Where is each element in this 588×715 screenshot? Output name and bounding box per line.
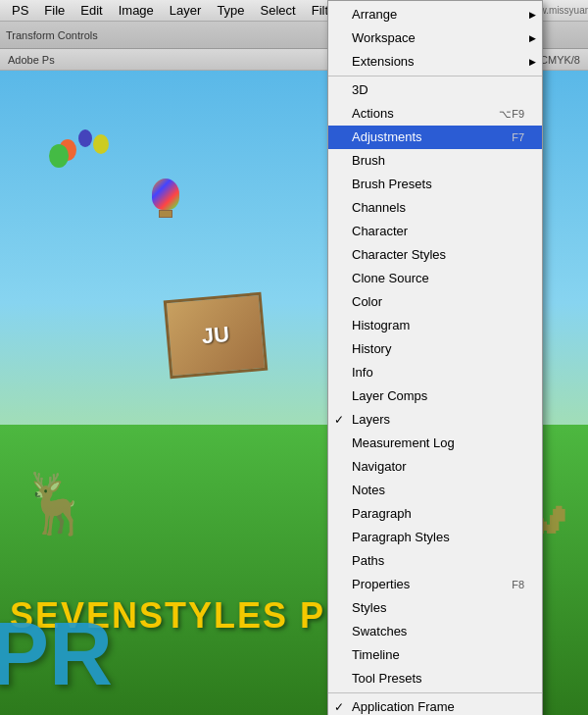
menubar-item-type[interactable]: Type <box>209 1 252 20</box>
menu-divider-1 <box>328 76 542 77</box>
hot-air-balloon <box>152 179 179 218</box>
menu-item-3d[interactable]: 3D <box>328 78 542 102</box>
menu-item-properties[interactable]: Properties F8 <box>328 573 542 596</box>
scene-text-big: PR <box>0 604 113 705</box>
menubar-item-select[interactable]: Select <box>253 1 304 20</box>
menu-item-layer-comps[interactable]: Layer Comps <box>328 384 542 408</box>
menu-divider-2 <box>328 692 542 693</box>
menu-item-measurement-log[interactable]: Measurement Log <box>328 432 542 455</box>
menu-item-history[interactable]: History <box>328 337 542 361</box>
menubar-item-file[interactable]: File <box>36 1 73 20</box>
menu-item-adjustments[interactable]: Adjustments F7 <box>328 126 542 149</box>
menu-item-brush[interactable]: Brush <box>328 149 542 173</box>
app-title: Adobe Ps <box>8 54 55 66</box>
menu-item-character[interactable]: Character <box>328 220 542 243</box>
menubar-item-layer[interactable]: Layer <box>162 1 210 20</box>
menubar-item-edit[interactable]: Edit <box>73 1 110 20</box>
balloon-3 <box>49 144 69 168</box>
menu-item-styles[interactable]: Styles <box>328 596 542 620</box>
balloon-4 <box>93 134 109 154</box>
menu-item-paragraph[interactable]: Paragraph <box>328 502 542 526</box>
menu-item-info[interactable]: Info <box>328 361 542 384</box>
menu-item-extensions[interactable]: Extensions <box>328 50 542 74</box>
toolbar-label: Transform Controls <box>6 29 98 41</box>
balloon-2 <box>78 129 92 147</box>
menu-item-brush-presets[interactable]: Brush Presets <box>328 173 542 196</box>
menu-item-notes[interactable]: Notes <box>328 479 542 502</box>
menu-item-workspace[interactable]: Workspace <box>328 26 542 50</box>
menu-item-tool-presets[interactable]: Tool Presets <box>328 667 542 690</box>
menu-item-navigator[interactable]: Navigator <box>328 455 542 479</box>
menu-item-color[interactable]: Color <box>328 290 542 314</box>
menu-item-clone-source[interactable]: Clone Source <box>328 267 542 290</box>
menubar-item-ps[interactable]: PS <box>4 1 36 20</box>
menu-item-histogram[interactable]: Histogram <box>328 314 542 337</box>
menu-item-app-frame[interactable]: ✓ Application Frame <box>328 695 542 715</box>
menu-item-paragraph-styles[interactable]: Paragraph Styles <box>328 526 542 549</box>
menu-item-actions[interactable]: Actions ⌥F9 <box>328 102 542 126</box>
sign-board: JU <box>164 292 269 379</box>
deer-silhouette: 🦌 <box>20 469 93 538</box>
menu-item-paths[interactable]: Paths <box>328 549 542 573</box>
menu-item-arrange[interactable]: Arrange <box>328 3 542 26</box>
menu-item-character-styles[interactable]: Character Styles <box>328 243 542 267</box>
menubar-item-image[interactable]: Image <box>111 1 162 20</box>
menu-item-layers[interactable]: ✓ Layers <box>328 408 542 432</box>
menu-item-channels[interactable]: Channels <box>328 196 542 220</box>
menu-item-timeline[interactable]: Timeline <box>328 643 542 667</box>
menu-item-swatches[interactable]: Swatches <box>328 620 542 643</box>
window-dropdown-menu: Arrange Workspace Extensions 3D Actions … <box>327 0 543 715</box>
